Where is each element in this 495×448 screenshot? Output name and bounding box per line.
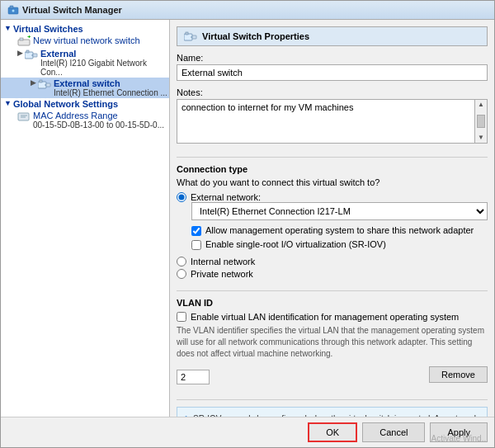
checkbox-management-input[interactable] [191,226,201,236]
mac-sub: 00-15-5D-0B-13-00 to 00-15-5D-0... [33,120,164,130]
network-dropdown-wrapper: Intel(R) Ethernet Connection I217-LM [191,202,488,220]
info-box: ℹ SR-IOV can only be configured when the… [177,407,488,417]
svg-rect-14 [18,113,29,120]
new-switch-label: New virtual network switch [33,35,140,45]
external-switch-icon [38,78,51,90]
radio-external-network[interactable]: External network: [177,192,488,202]
watermark: Activate Wind... [431,434,488,443]
svg-rect-19 [192,35,196,39]
vlan-checkbox-row[interactable]: Enable virtual LAN identification for ma… [177,311,488,322]
right-panel: Virtual Switch Properties Name: Notes: c… [170,20,494,417]
vlan-controls: Remove [177,366,488,388]
notes-wrapper: connection to internet for my VM machine… [177,99,488,144]
radio-external-label: External network: [191,192,261,202]
external-label: External [40,49,169,59]
ext-switch-sub: Intel(R) Ethernet Connection ... [54,88,167,97]
checkbox-sriov-item[interactable]: Enable single-root I/O virtualization (S… [191,239,488,250]
title-bar: Virtual Switch Manager [1,1,494,20]
remove-button[interactable]: Remove [429,366,488,383]
vlan-title: VLAN ID [177,298,488,308]
connection-type-title: Connection type [177,164,488,174]
vlan-checkbox-label: Enable virtual LAN identification for ma… [191,312,459,322]
ok-button[interactable]: OK [308,422,357,442]
separator-2 [177,290,488,291]
checkbox-sriov-input[interactable] [191,240,201,250]
svg-rect-4 [20,38,23,40]
title-text: Virtual Switch Manager [22,5,122,15]
properties-title-bar: Virtual Switch Properties [177,26,488,46]
sidebar-item-external[interactable]: ▶ External Intel(R) I210 Gigabit Network… [1,48,169,78]
external-icon [25,49,38,60]
checkbox-group: Allow management operating system to sha… [191,225,488,250]
radio-external-input[interactable] [177,192,186,202]
scroll-down-arrow: ▼ [478,134,484,141]
svg-rect-18 [186,32,188,35]
sidebar-item-mac[interactable]: MAC Address Range 00-15-5D-0B-13-00 to 0… [1,110,169,130]
external-expand: ▶ [17,49,23,57]
vlan-section: VLAN ID Enable virtual LAN identificatio… [177,298,488,388]
ext-switch-expand: ▶ [31,78,36,87]
scroll-thumb [477,115,485,128]
checkbox-management-label: Allow management operating system to sha… [205,225,474,235]
sidebar-item-new-switch[interactable]: + New virtual network switch [1,35,169,48]
sidebar-section-global[interactable]: ▼ Global Network Settings [1,98,169,110]
notes-scrollbar[interactable]: ▲ ▼ [474,99,488,144]
virtual-switches-label: Virtual Switches [13,24,83,34]
radio-private-input[interactable] [177,269,186,279]
mac-icon [17,111,31,122]
left-panel: ▼ Virtual Switches + New virtual network… [1,20,170,417]
properties-title: Virtual Switch Properties [202,31,309,41]
notes-textarea[interactable]: connection to internet for my VM machine… [177,99,474,144]
name-input[interactable] [177,64,488,81]
global-label: Global Network Settings [13,99,118,109]
vlan-value-input[interactable] [177,370,210,384]
radio-private-label: Private network [191,269,253,279]
svg-rect-12 [46,83,50,87]
sidebar-item-external-switch[interactable]: ▶ External switch Intel(R) Ethernet Conn… [1,78,169,98]
svg-rect-7 [26,50,29,53]
checkbox-sriov-label: Enable single-root I/O virtualization (S… [205,239,386,249]
connection-type-subtitle: What do you want to connect this virtual… [177,177,488,187]
name-label: Name: [177,53,488,63]
scroll-up-arrow: ▲ [478,101,484,108]
radio-private-network[interactable]: Private network [177,269,488,279]
network-dropdown[interactable]: Intel(R) Ethernet Connection I217-LM [191,202,488,220]
mac-label: MAC Address Range [33,111,164,120]
notes-label: Notes: [177,87,488,97]
separator-3 [177,399,488,400]
content-area: ▼ Virtual Switches + New virtual network… [1,20,494,417]
global-expand-icon: ▼ [4,99,12,107]
title-icon [7,4,19,16]
radio-internal-input[interactable] [177,257,186,266]
svg-rect-1 [10,6,13,8]
svg-rect-8 [33,54,37,57]
bottom-buttons: OK Cancel Apply [1,417,494,447]
vlan-description: The VLAN identifier specifies the virtua… [177,325,488,360]
ext-switch-label: External switch [54,78,167,88]
expand-icon: ▼ [4,24,12,32]
radio-internal-network[interactable]: Internal network [177,257,488,266]
main-window: Virtual Switch Manager ▼ Virtual Switche… [0,0,495,448]
vlan-checkbox-input[interactable] [177,312,186,322]
new-switch-icon: + [17,35,31,47]
cancel-button[interactable]: Cancel [362,422,425,442]
properties-icon [184,31,197,42]
sidebar-section-virtual-switches[interactable]: ▼ Virtual Switches [1,23,169,35]
svg-text:+: + [27,35,31,40]
separator-1 [177,157,488,158]
checkbox-management-item[interactable]: Allow management operating system to sha… [191,225,488,236]
external-sub: Intel(R) I210 Gigabit Network Con... [40,59,169,77]
svg-point-2 [12,10,15,12]
svg-rect-11 [40,80,42,83]
radio-internal-label: Internal network [191,257,255,266]
